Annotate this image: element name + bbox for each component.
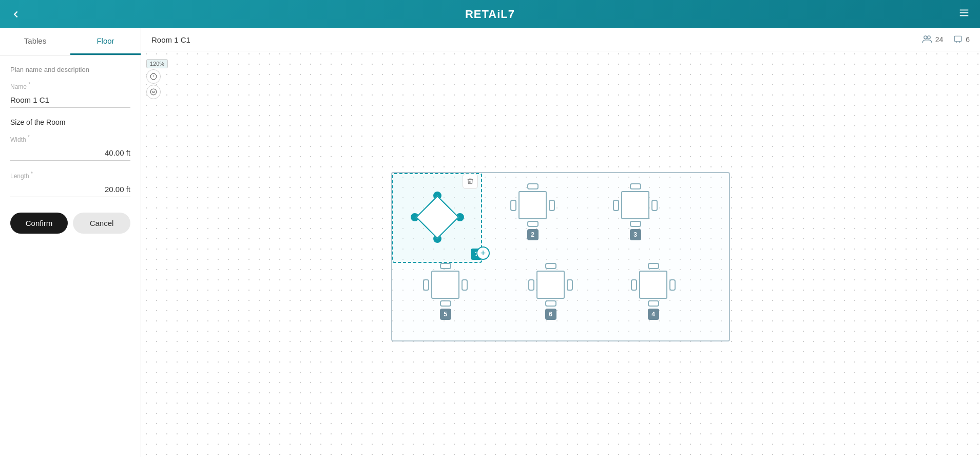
- chair-top-6: [545, 263, 556, 269]
- seats-count: 24: [935, 35, 944, 44]
- room-container: 1 + 2: [391, 172, 730, 341]
- canvas-area: Room 1 C1 24 6: [141, 28, 980, 457]
- table-badge-6: 6: [545, 309, 556, 320]
- sq-table-4: [639, 271, 667, 299]
- table-3-group: 3: [613, 183, 658, 240]
- sq-table-6: [536, 271, 565, 299]
- main-layout: Tables Floor Plan name and description N…: [0, 28, 980, 457]
- table-badge-3: 3: [630, 229, 641, 240]
- size-section-title: Size of the Room: [10, 118, 130, 126]
- seats-stat: 24: [922, 35, 944, 44]
- table-badge-2: 2: [527, 229, 539, 240]
- chair-right-2: [549, 200, 555, 211]
- table-badge-4: 4: [648, 309, 659, 320]
- chair-right-5: [462, 279, 468, 291]
- width-field-group: Width *: [10, 135, 130, 161]
- sq-table-3: [621, 191, 649, 219]
- target-button[interactable]: [146, 85, 161, 99]
- back-button[interactable]: [10, 9, 22, 20]
- chair-left-4: [631, 279, 637, 291]
- app-logo: RETAiL7: [465, 8, 515, 21]
- chair-bottom-3: [630, 221, 641, 227]
- tab-floor[interactable]: Floor: [70, 28, 141, 55]
- sidebar-content: Plan name and description Name * Size of…: [0, 55, 141, 457]
- svg-point-11: [150, 89, 157, 95]
- chair-right-6: [567, 279, 573, 291]
- width-input[interactable]: [10, 145, 130, 161]
- chair-top-2: [527, 183, 539, 189]
- svg-point-4: [927, 36, 930, 39]
- action-buttons: Confirm Cancel: [10, 213, 130, 234]
- menu-icon[interactable]: [958, 7, 970, 22]
- canvas-header: Room 1 C1 24 6: [141, 28, 980, 51]
- chair-left-6: [528, 279, 534, 291]
- chair-left-3: [613, 200, 619, 211]
- tab-tables[interactable]: Tables: [0, 28, 70, 55]
- chair-top-4: [648, 263, 659, 269]
- table-5-group: 5: [423, 263, 468, 320]
- name-label: Name *: [10, 82, 130, 90]
- app-header: RETAiL7: [0, 0, 980, 28]
- svg-rect-5: [954, 36, 962, 42]
- diamond-shape: [415, 195, 459, 239]
- name-input[interactable]: [10, 92, 130, 108]
- chair-right-4: [669, 279, 676, 291]
- cancel-button[interactable]: Cancel: [73, 213, 130, 234]
- tables-count: 6: [966, 35, 970, 44]
- confirm-button[interactable]: Confirm: [10, 213, 68, 234]
- length-label: Length *: [10, 171, 130, 180]
- table-4-group: 4: [631, 263, 676, 320]
- table-2-group: 2: [510, 183, 555, 240]
- length-field-group: Length *: [10, 171, 130, 197]
- diamond-table-group: [411, 192, 464, 243]
- chair-bottom-4: [648, 300, 659, 307]
- chair-left-5: [423, 279, 429, 291]
- table-6-group: 6: [528, 263, 573, 320]
- tables-stat: 6: [953, 35, 970, 44]
- chair-top-5: [440, 263, 451, 269]
- chair-bottom-5: [440, 300, 451, 307]
- chair-top-3: [630, 183, 641, 189]
- canvas-stats: 24 6: [922, 35, 970, 44]
- section-plan-title: Plan name and description: [10, 66, 130, 73]
- width-label: Width *: [10, 135, 130, 143]
- selected-table-zone[interactable]: 1 +: [392, 173, 482, 263]
- svg-point-3: [924, 36, 927, 39]
- delete-table-button[interactable]: [463, 174, 478, 189]
- add-table-button[interactable]: +: [476, 246, 490, 260]
- tab-bar: Tables Floor: [0, 28, 141, 55]
- sq-table-2: [518, 191, 547, 219]
- zoom-controls: 120%: [146, 59, 168, 99]
- sidebar: Tables Floor Plan name and description N…: [0, 28, 141, 457]
- table-badge-5: 5: [440, 309, 451, 320]
- length-input[interactable]: [10, 182, 130, 197]
- chair-left-2: [510, 200, 516, 211]
- svg-point-12: [152, 91, 155, 93]
- zoom-level: 120%: [146, 59, 168, 68]
- name-field-group: Name *: [10, 82, 130, 108]
- info-button[interactable]: [146, 69, 161, 84]
- sq-table-5: [431, 271, 459, 299]
- chair-bottom-6: [545, 300, 556, 307]
- chair-right-3: [651, 200, 658, 211]
- chair-bottom-2: [527, 221, 539, 227]
- canvas-title: Room 1 C1: [151, 35, 190, 44]
